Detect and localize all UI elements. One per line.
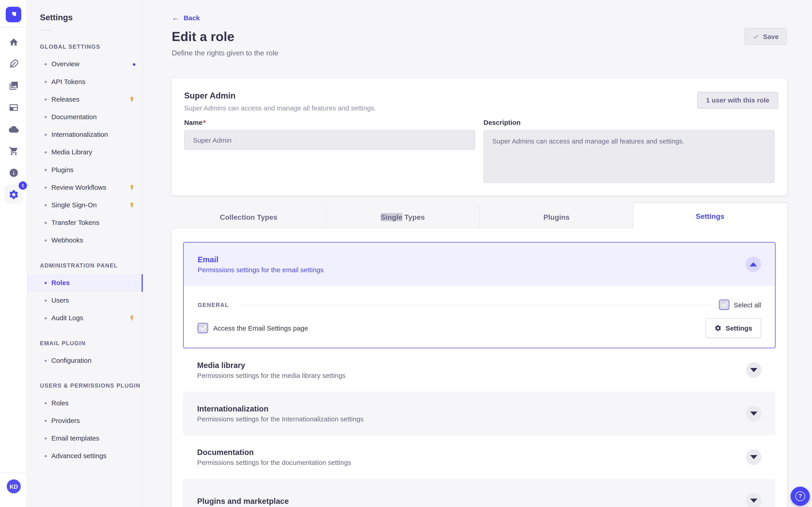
group-divider <box>238 304 710 305</box>
sidebar-item-plugins[interactable]: Plugins <box>28 161 143 179</box>
settings-notification-badge: 1 <box>19 181 27 190</box>
strapi-logo[interactable] <box>6 7 21 22</box>
lightning-icon <box>129 96 135 103</box>
bullet <box>45 152 47 154</box>
collapse-toggle-button[interactable] <box>746 257 761 272</box>
permission-settings-button[interactable]: Settings <box>705 318 761 338</box>
help-button[interactable]: ? <box>791 487 810 506</box>
rail-divider <box>0 473 27 473</box>
marketplace-cart-icon[interactable] <box>3 140 24 162</box>
sidebar-item-providers[interactable]: Providers <box>28 412 143 430</box>
chevron-down-icon <box>750 411 757 415</box>
sidebar-item-configuration[interactable]: Configuration <box>28 352 143 370</box>
sidebar-item-email-templates[interactable]: Email templates <box>28 430 143 447</box>
expand-toggle-button[interactable] <box>746 449 761 465</box>
selected-text: Single <box>380 213 402 221</box>
question-mark-icon: ? <box>795 491 805 501</box>
tab-single-types[interactable]: Single Types <box>325 206 479 228</box>
section-header: EMAIL PLUGIN <box>40 340 143 347</box>
sidebar-item-users[interactable]: Users <box>28 292 143 309</box>
permissions-tabs: Collection Types Single Types Plugins Se… <box>172 206 787 228</box>
accordion-email-header[interactable]: Email Permissions settings for the email… <box>184 242 775 286</box>
accordion-title: Internationalization <box>197 404 364 414</box>
accordion-subtitle: Permissions settings for the Internation… <box>197 415 364 424</box>
sidebar-item-audit-logs[interactable]: Audit Logs <box>28 309 143 327</box>
role-summary: Super Admins can access and manage all f… <box>184 104 774 112</box>
bullet <box>45 169 47 171</box>
sidebar-item-releases[interactable]: Releases <box>28 91 143 108</box>
accordion-internationalization[interactable]: Internationalization Permissions setting… <box>183 392 776 435</box>
users-with-role-button[interactable]: 1 user with this role <box>697 92 778 109</box>
settings-gear-icon[interactable]: 1 <box>4 185 23 204</box>
cloud-icon[interactable] <box>3 118 24 140</box>
tab-settings[interactable]: Settings <box>633 203 787 229</box>
sidebar-item-overview[interactable]: Overview <box>28 55 143 73</box>
expand-toggle-button[interactable] <box>746 362 761 378</box>
sidebar-item-api-tokens[interactable]: API Tokens <box>28 73 143 91</box>
pen-icon[interactable] <box>3 53 24 75</box>
strapi-logo-glyph <box>9 10 18 19</box>
accordion-title: Media library <box>197 360 346 370</box>
section-header: GLOBAL SETTINGS <box>40 43 143 50</box>
sidebar-item-internationalization[interactable]: Internationalization <box>28 126 143 144</box>
bullet <box>45 239 47 241</box>
accordion-media-library[interactable]: Media library Permissions settings for t… <box>183 348 776 392</box>
sidebar-item-webhooks[interactable]: Webhooks <box>28 232 143 249</box>
info-icon[interactable] <box>3 162 24 184</box>
group-label: GENERAL <box>198 302 229 308</box>
name-input[interactable]: Super Admin <box>184 130 475 150</box>
description-textarea[interactable]: Super Admins can access and manage all f… <box>484 130 774 183</box>
bullet <box>45 299 47 301</box>
main-content: ← Back Edit a role Save Define the right… <box>143 0 812 507</box>
back-link[interactable]: ← Back <box>172 13 200 22</box>
permission-label: Access the Email Settings page <box>213 324 308 332</box>
accordion-title: Email <box>198 255 323 264</box>
name-label: Name* <box>184 119 206 127</box>
sidebar-item-up-roles[interactable]: Roles <box>28 394 143 412</box>
sidebar-item-documentation[interactable]: Documentation <box>28 108 143 126</box>
bullet <box>45 186 47 188</box>
general-group-row: GENERAL Select all <box>198 298 761 311</box>
bullet <box>45 282 47 284</box>
media-library-icon[interactable] <box>3 74 24 97</box>
bullet <box>45 402 47 404</box>
accordion-plugins-and-marketplace[interactable]: Plugins and marketplace <box>183 479 776 507</box>
accordion-subtitle: Permissions settings for the email setti… <box>198 266 323 274</box>
select-all-control: Select all <box>719 299 761 310</box>
chevron-down-icon <box>750 368 757 372</box>
page-header: Edit a role Save <box>172 28 787 45</box>
sidebar-item-single-sign-on[interactable]: Single Sign-On <box>28 196 143 214</box>
section-header: ADMINISTRATION PANEL <box>40 262 143 269</box>
sidebar-item-media-library[interactable]: Media Library <box>28 144 143 161</box>
bullet <box>45 317 47 319</box>
select-all-checkbox[interactable] <box>719 299 729 310</box>
sidebar-item-transfer-tokens[interactable]: Transfer Tokens <box>28 214 143 232</box>
tab-collection-types[interactable]: Collection Types <box>172 206 325 228</box>
page-subtitle: Define the rights given to the role <box>172 48 787 57</box>
bullet <box>45 204 47 206</box>
sidebar-item-review-workflows[interactable]: Review Workflows <box>28 179 143 196</box>
save-button[interactable]: Save <box>744 28 787 45</box>
expand-toggle-button[interactable] <box>746 406 761 421</box>
accordion-subtitle: Permissions settings for the media libra… <box>197 372 346 380</box>
lightning-icon <box>129 315 135 322</box>
bullet <box>45 455 47 457</box>
expand-toggle-button[interactable] <box>746 493 761 507</box>
sidebar-item-advanced-settings[interactable]: Advanced settings <box>28 447 143 465</box>
sidebar-item-roles[interactable]: Roles <box>28 274 143 292</box>
home-icon[interactable] <box>3 31 24 53</box>
accordion-email-body: GENERAL Select all Access the Email Sett… <box>184 286 775 348</box>
content-manager-icon[interactable] <box>3 97 24 118</box>
bullet <box>45 420 47 422</box>
permission-checkbox[interactable] <box>198 323 208 333</box>
role-info-card: Super Admin Super Admins can access and … <box>172 78 787 195</box>
accordion-subtitle: Permissions settings for the documentati… <box>197 459 351 467</box>
accordion-title: Documentation <box>197 447 351 457</box>
sidebar-divider <box>40 30 52 31</box>
user-avatar[interactable]: KD <box>7 480 21 494</box>
tab-plugins[interactable]: Plugins <box>479 206 633 228</box>
accordion-title: Plugins and marketplace <box>197 496 289 506</box>
rail-icon-list: 1 <box>0 31 27 204</box>
accordion-email: Email Permissions settings for the email… <box>183 242 776 348</box>
accordion-documentation[interactable]: Documentation Permissions settings for t… <box>183 435 776 479</box>
